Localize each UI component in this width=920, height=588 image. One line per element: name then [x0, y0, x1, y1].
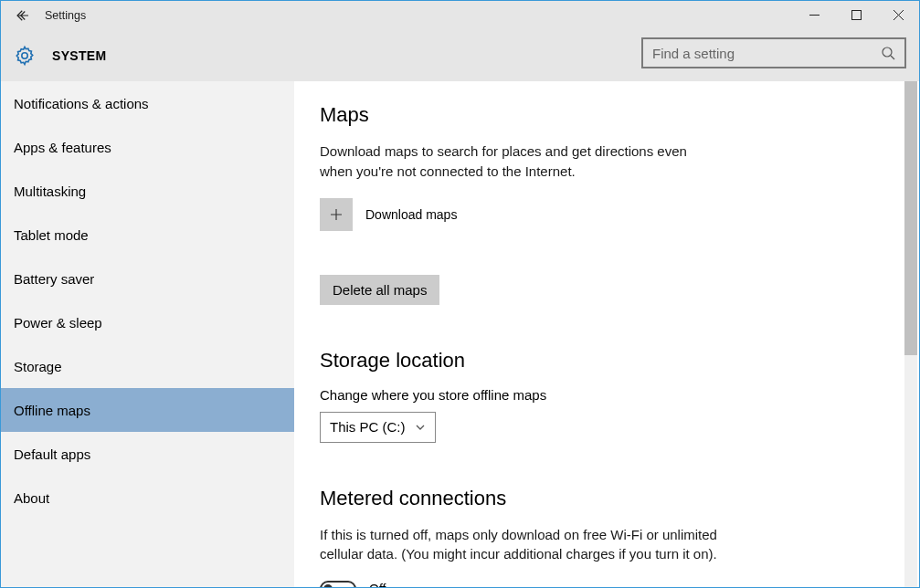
storage-title: Storage location — [320, 349, 894, 373]
sidebar-item-label: Battery saver — [14, 271, 94, 287]
maps-title: Maps — [320, 103, 894, 127]
sidebar-item-tablet[interactable]: Tablet mode — [1, 213, 294, 257]
storage-description: Change where you store offline maps — [320, 387, 894, 403]
storage-location-select[interactable]: This PC (C:) — [320, 412, 436, 443]
window-controls — [793, 1, 919, 28]
chevron-down-icon — [415, 422, 426, 433]
search-input[interactable] — [652, 46, 881, 61]
metered-state-label: Off — [369, 582, 386, 587]
sidebar-item-label: Apps & features — [14, 140, 111, 155]
scrollbar-thumb[interactable] — [904, 81, 917, 355]
download-maps-button[interactable] — [320, 198, 353, 231]
back-button[interactable] — [1, 1, 45, 30]
sidebar-item-label: Default apps — [14, 446, 90, 462]
scrollbar[interactable] — [904, 81, 917, 587]
sidebar-item-storage[interactable]: Storage — [1, 344, 294, 388]
toggle-knob — [323, 584, 333, 587]
sidebar-item-multitasking[interactable]: Multitasking — [1, 169, 294, 213]
header: SYSTEM — [1, 30, 919, 81]
sidebar-item-label: About — [14, 490, 49, 506]
window-title: Settings — [45, 9, 86, 22]
metered-title: Metered connections — [320, 487, 894, 510]
download-maps-row: Download maps — [320, 198, 894, 231]
maximize-button[interactable] — [835, 1, 877, 28]
plus-icon — [328, 206, 344, 223]
sidebar-item-battery[interactable]: Battery saver — [1, 257, 294, 300]
metered-toggle-row: Off — [320, 581, 894, 587]
minimize-icon — [809, 10, 820, 20]
sidebar-item-offline-maps[interactable]: Offline maps — [1, 388, 294, 432]
sidebar-item-about[interactable]: About — [1, 476, 294, 520]
gear-icon — [14, 45, 36, 67]
close-icon — [894, 10, 904, 20]
sidebar-item-label: Multitasking — [14, 184, 86, 199]
sidebar-item-notifications[interactable]: Notifications & actions — [1, 81, 294, 125]
content-area: Notifications & actions Apps & features … — [1, 81, 919, 587]
maps-description: Download maps to search for places and g… — [320, 142, 722, 182]
search-icon — [881, 46, 895, 60]
sidebar-item-label: Tablet mode — [14, 227, 89, 243]
sidebar-item-power[interactable]: Power & sleep — [1, 300, 294, 344]
page-category: SYSTEM — [52, 48, 106, 63]
sidebar-item-label: Notifications & actions — [14, 96, 149, 111]
arrow-left-icon — [15, 7, 31, 24]
sidebar-item-label: Storage — [14, 359, 62, 374]
search-box[interactable] — [641, 37, 906, 68]
metered-description: If this is turned off, maps only downloa… — [320, 525, 722, 565]
main-panel: Maps Download maps to search for places … — [294, 81, 919, 587]
svg-point-2 — [883, 47, 892, 57]
sidebar-item-label: Offline maps — [14, 403, 90, 418]
metered-toggle[interactable] — [320, 581, 356, 587]
sidebar-item-apps[interactable]: Apps & features — [1, 125, 294, 169]
svg-point-1 — [22, 53, 27, 58]
delete-all-maps-button[interactable]: Delete all maps — [320, 275, 439, 305]
maximize-icon — [851, 10, 862, 20]
download-maps-label: Download maps — [365, 207, 457, 222]
sidebar-item-default-apps[interactable]: Default apps — [1, 432, 294, 476]
titlebar: Settings — [1, 1, 919, 30]
close-button[interactable] — [877, 1, 919, 28]
storage-selected-value: This PC (C:) — [330, 419, 406, 435]
minimize-button[interactable] — [793, 1, 835, 28]
sidebar-item-label: Power & sleep — [14, 315, 102, 331]
svg-rect-0 — [851, 10, 861, 19]
sidebar: Notifications & actions Apps & features … — [1, 81, 294, 587]
